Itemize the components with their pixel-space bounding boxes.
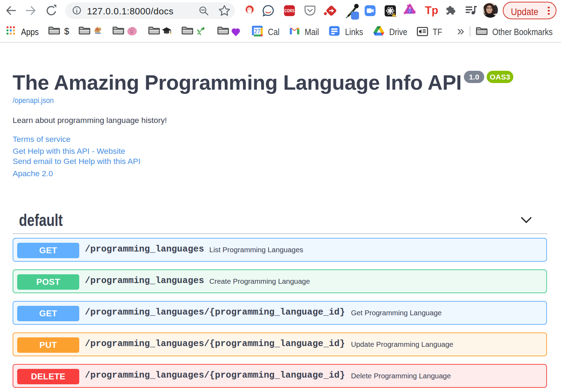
svg-text:T: T — [425, 4, 432, 16]
svg-text:$: $ — [64, 26, 69, 36]
svg-text:CORS: CORS — [284, 8, 295, 13]
svg-text:27: 27 — [254, 28, 261, 34]
svg-text:p: p — [432, 4, 438, 16]
